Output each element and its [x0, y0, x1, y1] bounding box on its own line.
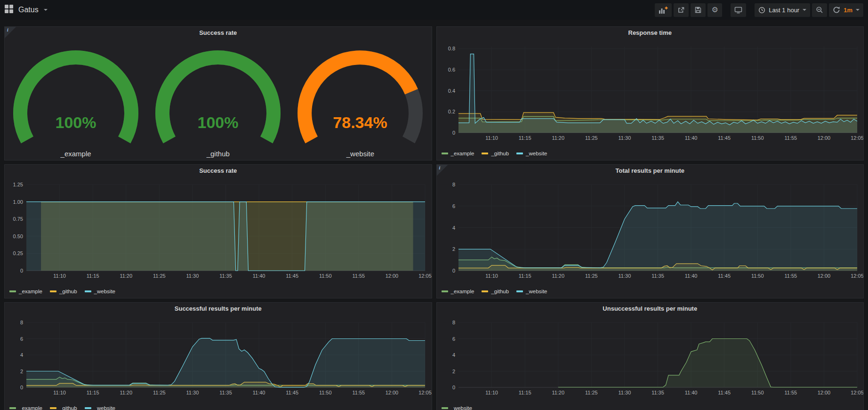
- legend-label: _website: [526, 151, 547, 156]
- add-panel-icon: [659, 6, 668, 14]
- legend-item-_example[interactable]: _example: [9, 289, 42, 294]
- gauge-_example: 100%_example: [5, 47, 146, 158]
- x-tick-label: 11:25: [585, 273, 597, 279]
- x-tick-label: 11:35: [651, 390, 664, 395]
- time-range-label: Last 1 hour: [769, 7, 799, 14]
- x-tick-label: 11:30: [618, 390, 631, 395]
- share-button[interactable]: [674, 3, 689, 17]
- x-tick-label: 12:05: [418, 390, 432, 395]
- x-tick-label: 11:35: [651, 135, 664, 141]
- panel-successful-results: Successful results per minute _example_g…: [4, 302, 432, 410]
- panel-title[interactable]: Success rate: [5, 29, 432, 36]
- legend-item-_website[interactable]: _website: [85, 289, 115, 294]
- y-tick-label: 0.8: [448, 46, 455, 51]
- x-tick-label: 11:35: [219, 390, 232, 395]
- x-tick-label: 11:25: [153, 390, 166, 395]
- legend-color-chip: [85, 290, 91, 292]
- success_rate-plot[interactable]: 00.250.500.751.001.2511:1011:1511:2011:2…: [5, 165, 432, 298]
- y-tick-label: 0.4: [448, 88, 455, 94]
- legend-color-chip: [442, 153, 448, 154]
- gauge-value: 100%: [198, 113, 239, 131]
- x-tick-label: 11:45: [286, 390, 298, 395]
- legend-item-_github[interactable]: _github: [482, 289, 509, 294]
- panel-title[interactable]: Total results per minute: [437, 167, 864, 174]
- x-tick-label: 11:40: [684, 390, 697, 395]
- x-tick-label: 12:05: [851, 273, 864, 279]
- y-tick-label: 6: [20, 336, 23, 342]
- x-tick-label: 11:45: [286, 273, 298, 279]
- panel-title[interactable]: Successful results per minute: [5, 305, 432, 312]
- panel-title[interactable]: Success rate: [5, 167, 432, 174]
- x-tick-label: 12:00: [817, 273, 830, 279]
- panel-title[interactable]: Unsuccessful results per minute: [437, 305, 864, 312]
- dashboard-title: Gatus: [18, 6, 39, 14]
- x-tick-label: 11:35: [651, 273, 664, 279]
- legend-item-_github[interactable]: _github: [50, 405, 77, 410]
- y-tick-label: 0: [452, 268, 455, 273]
- x-tick-label: 11:10: [53, 390, 66, 395]
- x-tick-label: 11:40: [253, 273, 265, 279]
- x-tick-label: 11:40: [684, 273, 697, 279]
- legend-item-_website[interactable]: _website: [85, 405, 115, 410]
- y-tick-label: 4: [452, 352, 455, 358]
- x-tick-label: 12:00: [817, 390, 830, 395]
- save-button[interactable]: [691, 3, 706, 17]
- dashboard-picker[interactable]: Gatus: [5, 5, 48, 15]
- x-tick-label: 12:00: [817, 135, 830, 141]
- x-tick-label: 11:50: [751, 135, 764, 141]
- share-icon: [677, 6, 685, 14]
- y-tick-label: 4: [20, 352, 23, 358]
- time-range-picker[interactable]: Last 1 hour: [755, 3, 810, 17]
- legend-label: _example: [19, 289, 42, 294]
- zoom-out-button[interactable]: [812, 3, 827, 17]
- settings-button[interactable]: ⚙: [707, 3, 722, 17]
- y-tick-label: 0: [452, 130, 455, 136]
- panel-response-time: Response time _example_github_website 00…: [436, 26, 864, 161]
- legend-item-_example[interactable]: _example: [442, 151, 474, 156]
- legend-color-chip: [442, 407, 448, 409]
- x-tick-label: 11:30: [186, 390, 199, 395]
- chart-legend: _example_github_website: [442, 289, 547, 294]
- response_time-plot[interactable]: 00.20.40.60.811:1011:1511:2011:2511:3011…: [437, 27, 864, 160]
- y-tick-label: 8: [452, 182, 455, 187]
- legend-item-_website[interactable]: _website: [516, 289, 547, 294]
- legend-color-chip: [9, 290, 16, 292]
- y-tick-label: 8: [452, 320, 455, 325]
- legend-item-_github[interactable]: _github: [482, 151, 509, 156]
- successful_results-plot[interactable]: 0246811:1011:1511:2011:2511:3011:3511:40…: [5, 303, 432, 410]
- gear-icon: ⚙: [711, 6, 718, 14]
- x-tick-label: 11:20: [120, 390, 132, 395]
- add-panel-button[interactable]: [655, 3, 672, 17]
- legend-label: _github: [59, 289, 77, 294]
- unsuccessful_results-plot[interactable]: 0246811:1011:1511:2011:2511:3011:3511:40…: [437, 303, 864, 410]
- x-tick-label: 11:25: [585, 135, 597, 141]
- x-tick-label: 11:55: [352, 390, 365, 395]
- legend-item-_example[interactable]: _example: [442, 289, 474, 294]
- legend-label: _website: [526, 289, 547, 294]
- gauge-_github: 100%_github: [147, 47, 289, 158]
- x-tick-label: 11:40: [253, 390, 265, 395]
- grafana-dashboards-icon: [5, 5, 13, 15]
- dashboard-grid: i Success rate 100%_example100%_github78…: [0, 20, 868, 410]
- refresh-picker[interactable]: 1m: [829, 3, 863, 17]
- gauge-arc: 100%: [147, 47, 289, 148]
- total_results-plot[interactable]: 0246811:1011:1511:2011:2511:3011:3511:40…: [437, 165, 864, 298]
- gauge-label: _github: [207, 150, 230, 158]
- legend-color-chip: [516, 290, 523, 292]
- x-tick-label: 11:10: [485, 135, 498, 141]
- legend-item-_website[interactable]: _website: [442, 405, 472, 410]
- legend-color-chip: [442, 290, 448, 292]
- save-icon: [694, 6, 702, 14]
- legend-item-_website[interactable]: _website: [516, 151, 547, 156]
- panel-unsuccessful-results: Unsuccessful results per minute _website…: [436, 302, 864, 410]
- cycle-view-mode-button[interactable]: [731, 3, 746, 17]
- legend-item-_example[interactable]: _example: [9, 405, 42, 410]
- y-tick-label: 8: [20, 320, 23, 325]
- x-tick-label: 11:10: [485, 390, 498, 395]
- legend-item-_github[interactable]: _github: [50, 289, 77, 294]
- panel-title[interactable]: Response time: [437, 29, 864, 36]
- legend-label: _github: [491, 289, 509, 294]
- x-tick-label: 11:55: [784, 390, 797, 395]
- x-tick-label: 11:55: [784, 135, 797, 141]
- x-tick-label: 12:00: [386, 273, 399, 279]
